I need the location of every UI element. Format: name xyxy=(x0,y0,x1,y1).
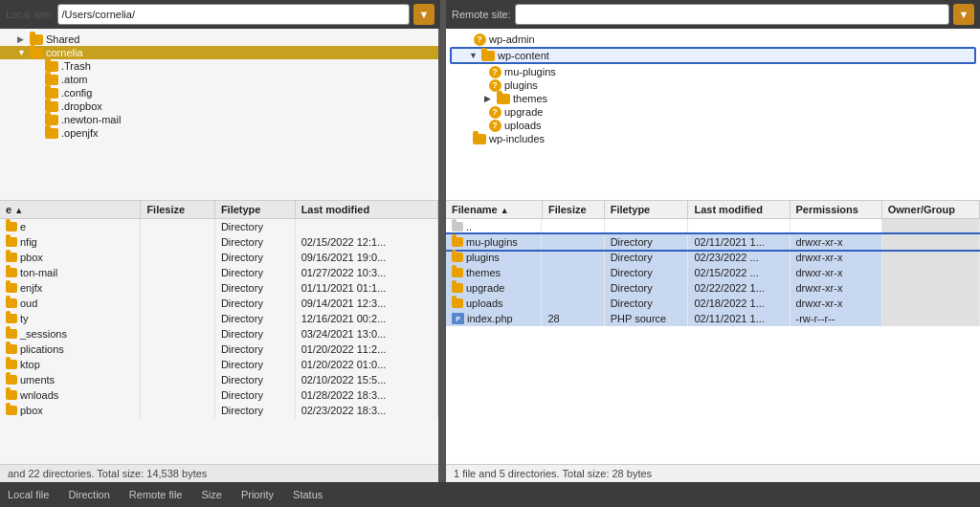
local-file-name: oud xyxy=(0,296,141,311)
folder-icon-openjfx xyxy=(45,127,58,139)
tree-item-trash[interactable]: .Trash xyxy=(0,59,438,73)
local-file-size xyxy=(141,250,214,265)
local-file-type: Directory xyxy=(214,311,295,326)
remote-file-size: 28 xyxy=(542,311,604,326)
remote-tree-label-plugins: plugins xyxy=(504,79,538,91)
local-file-row[interactable]: ktop Directory 01/20/2022 01:0... xyxy=(0,357,438,372)
col-header-filesize-local[interactable]: Filesize xyxy=(141,201,214,219)
col-header-filename-local[interactable]: e▲ xyxy=(0,201,141,219)
remote-tree-item-wp-includes[interactable]: wp-includes xyxy=(446,132,980,145)
remote-file-table-area[interactable]: Filename▲ Filesize Filetype Last modifie… xyxy=(446,201,980,464)
local-file-lastmod: 02/23/2022 18:3... xyxy=(295,403,437,418)
remote-file-row[interactable]: .. xyxy=(446,219,980,235)
bottom-status-label: Status xyxy=(293,489,323,500)
folder-icon-cornelia xyxy=(30,47,43,58)
remote-path-box xyxy=(515,4,949,25)
local-file-row[interactable]: oud Directory 09/14/2021 12:3... xyxy=(0,296,438,311)
local-file-row[interactable]: ton-mail Directory 01/27/2022 10:3... xyxy=(0,265,438,280)
local-tree-area[interactable]: ▶ Shared ▼ cornelia .Trash .at xyxy=(0,29,438,201)
col-header-permissions-remote[interactable]: Permissions xyxy=(790,201,881,219)
remote-file-lastmod xyxy=(688,219,790,235)
remote-tree-area[interactable]: ? wp-admin ▼ wp-content ? mu-plugins ? xyxy=(446,29,980,201)
local-file-table-area[interactable]: e▲ Filesize Filetype Last modified e Dir… xyxy=(0,201,438,464)
remote-file-owner xyxy=(881,234,979,250)
folder-icon-newton-mail xyxy=(45,114,58,125)
col-header-filename-remote[interactable]: Filename▲ xyxy=(446,201,542,219)
remote-path-dropdown-btn[interactable]: ▼ xyxy=(953,4,974,25)
remote-file-name: mu-plugins xyxy=(446,234,542,250)
local-path-dropdown-btn[interactable]: ▼ xyxy=(413,4,434,25)
tree-item-config[interactable]: .config xyxy=(0,86,438,99)
remote-file-size xyxy=(542,219,604,235)
local-file-row[interactable]: plications Directory 01/20/2022 11:2... xyxy=(0,342,438,357)
remote-tree-label-uploads: uploads xyxy=(504,120,542,131)
local-file-row[interactable]: ty Directory 12/16/2021 00:2... xyxy=(0,311,438,326)
bottom-size-label: Size xyxy=(201,489,221,500)
bottom-direction-label: Direction xyxy=(68,489,109,500)
remote-file-row[interactable]: uploads Directory 02/18/2022 1... drwxr-… xyxy=(446,296,980,311)
remote-file-size xyxy=(542,265,604,280)
remote-file-row[interactable]: P index.php 28 PHP source 02/11/2021 1..… xyxy=(446,311,980,326)
remote-tree-label-upgrade: upgrade xyxy=(504,106,543,118)
local-file-lastmod: 01/20/2022 11:2... xyxy=(295,342,437,357)
local-file-row[interactable]: pbox Directory 02/23/2022 18:3... xyxy=(0,403,438,418)
col-header-filesize-remote[interactable]: Filesize xyxy=(542,201,604,219)
remote-file-lastmod: 02/18/2022 1... xyxy=(688,296,790,311)
local-file-lastmod: 09/16/2021 19:0... xyxy=(295,250,437,265)
folder-icon-shared xyxy=(30,33,43,45)
local-file-row[interactable]: nfig Directory 02/15/2022 12:1... xyxy=(0,234,438,250)
remote-tree-item-wp-admin[interactable]: ? wp-admin xyxy=(446,33,980,46)
remote-file-row[interactable]: upgrade Directory 02/22/2022 1... drwxr-… xyxy=(446,280,980,296)
local-file-type: Directory xyxy=(214,234,295,250)
local-file-row[interactable]: pbox Directory 09/16/2021 19:0... xyxy=(0,250,438,265)
tree-item-dropbox[interactable]: .dropbox xyxy=(0,99,438,113)
remote-tree-item-wp-content[interactable]: ▼ wp-content xyxy=(450,47,976,64)
remote-file-size xyxy=(542,280,604,296)
col-header-lastmod-local[interactable]: Last modified xyxy=(295,201,437,219)
local-file-row[interactable]: wnloads Directory 01/28/2022 18:3... xyxy=(0,387,438,403)
remote-file-lastmod: 02/11/2021 1... xyxy=(688,234,790,250)
col-header-owner-remote[interactable]: Owner/Group xyxy=(881,201,979,219)
remote-file-permissions: drwxr-xr-x xyxy=(790,265,881,280)
col-header-lastmod-remote[interactable]: Last modified xyxy=(688,201,790,219)
remote-file-size xyxy=(542,234,604,250)
local-file-row[interactable]: _sessions Directory 03/24/2021 13:0... xyxy=(0,326,438,342)
remote-tree-item-upgrade[interactable]: ? upgrade xyxy=(446,105,980,119)
remote-tree-item-plugins[interactable]: ? plugins xyxy=(446,78,980,92)
col-header-filetype-remote[interactable]: Filetype xyxy=(604,201,688,219)
local-file-type: Directory xyxy=(214,387,295,403)
remote-file-owner xyxy=(881,265,979,280)
remote-tree-item-mu-plugins[interactable]: ? mu-plugins xyxy=(446,65,980,78)
remote-tree-item-uploads[interactable]: ? uploads xyxy=(446,119,980,132)
col-header-filetype-local[interactable]: Filetype xyxy=(214,201,295,219)
tree-item-newton-mail[interactable]: .newton-mail xyxy=(0,113,438,126)
remote-file-type: Directory xyxy=(604,234,688,250)
remote-file-permissions: drwxr-xr-x xyxy=(790,234,881,250)
bottom-priority-label: Priority xyxy=(241,489,274,500)
remote-file-name: plugins xyxy=(446,250,542,265)
tree-arrow-wp-content: ▼ xyxy=(469,51,479,60)
tree-item-cornelia[interactable]: ▼ cornelia xyxy=(0,46,438,59)
remote-tree-label-mu-plugins: mu-plugins xyxy=(504,66,556,77)
local-path-value: /Users/cornelia/ xyxy=(62,9,405,20)
remote-file-row[interactable]: themes Directory 02/15/2022 ... drwxr-xr… xyxy=(446,265,980,280)
tree-item-openjfx[interactable]: .openjfx xyxy=(0,126,438,140)
local-file-row[interactable]: uments Directory 02/10/2022 15:5... xyxy=(0,372,438,387)
local-file-row[interactable]: e Directory xyxy=(0,219,438,235)
local-file-name: plications xyxy=(0,342,141,357)
local-file-lastmod: 02/10/2022 15:5... xyxy=(295,372,437,387)
remote-file-row[interactable]: plugins Directory 02/23/2022 ... drwxr-x… xyxy=(446,250,980,265)
remote-file-permissions: drwxr-xr-x xyxy=(790,280,881,296)
local-file-row[interactable]: enjfx Directory 01/11/2021 01:1... xyxy=(0,280,438,296)
local-file-size xyxy=(141,357,214,372)
local-file-size xyxy=(141,311,214,326)
tree-item-shared[interactable]: ▶ Shared xyxy=(0,33,438,46)
local-file-type: Directory xyxy=(214,403,295,418)
tree-item-atom[interactable]: .atom xyxy=(0,73,438,86)
remote-tree-item-themes[interactable]: ▶ themes xyxy=(446,92,980,105)
remote-file-lastmod: 02/11/2021 1... xyxy=(688,311,790,326)
tree-label-trash: .Trash xyxy=(61,60,91,72)
remote-file-owner xyxy=(881,219,979,235)
remote-file-row[interactable]: mu-plugins Directory 02/11/2021 1... drw… xyxy=(446,234,980,250)
remote-path-label: Remote site: xyxy=(452,9,511,20)
